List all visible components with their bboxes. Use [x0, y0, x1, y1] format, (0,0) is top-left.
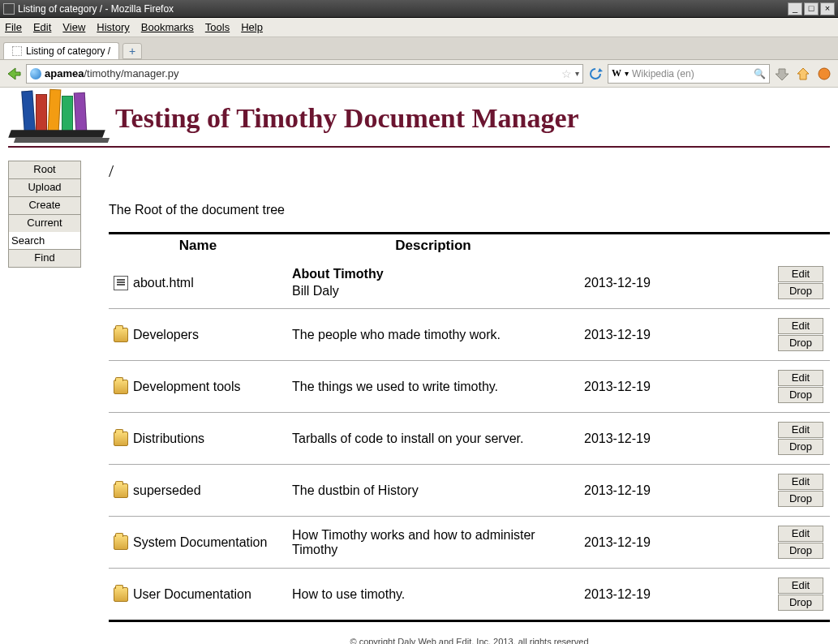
item-desc: The things we used to write timothy.: [287, 361, 579, 413]
menu-history[interactable]: History: [97, 21, 129, 33]
bookmark-star-icon[interactable]: ☆: [561, 67, 572, 80]
edit-button[interactable]: Edit: [778, 370, 823, 386]
menu-tools[interactable]: Tools: [205, 21, 230, 33]
item-desc: The people who made timothy work.: [287, 309, 579, 361]
url-dropdown-icon[interactable]: ▾: [575, 69, 579, 78]
file-icon: [114, 276, 128, 290]
item-date: 2013-12-19: [579, 413, 773, 465]
table-row: Developers The people who made timothy w…: [109, 309, 830, 361]
edit-button[interactable]: Edit: [778, 318, 823, 334]
window-title: Listing of category / - Mozilla Firefox: [18, 3, 174, 15]
back-arrow-icon: [6, 66, 22, 82]
edit-button[interactable]: Edit: [778, 526, 823, 542]
downloads-button[interactable]: [773, 65, 791, 83]
search-placeholder: Wikipedia (en): [632, 68, 694, 79]
drop-button[interactable]: Drop: [778, 543, 823, 559]
home-icon: [796, 67, 810, 81]
wikipedia-icon: W: [612, 67, 621, 79]
folder-icon: [114, 483, 128, 498]
reload-button[interactable]: [587, 65, 604, 83]
window-titlebar: Listing of category / - Mozilla Firefox …: [0, 0, 838, 18]
download-arrow-icon: [775, 67, 789, 81]
back-button[interactable]: [5, 65, 23, 83]
item-date: 2013-12-19: [579, 465, 773, 517]
item-link[interactable]: User Documentation: [133, 587, 251, 602]
edit-button[interactable]: Edit: [778, 577, 823, 594]
window-minimize-button[interactable]: _: [788, 2, 802, 15]
globe-icon: [30, 68, 41, 79]
sidebar-current-button[interactable]: Current: [8, 214, 81, 232]
window-maximize-button[interactable]: □: [804, 2, 819, 15]
item-desc: How Timothy works and how to administer …: [287, 517, 579, 569]
col-name-header: Name: [109, 234, 287, 258]
item-desc: How to use timothy.: [287, 569, 579, 621]
item-date: 2013-12-19: [579, 257, 773, 309]
tab-label: Listing of category /: [26, 45, 110, 57]
menu-view[interactable]: View: [62, 21, 85, 33]
main-content: / The Root of the document tree Name Des…: [109, 161, 830, 644]
url-bar[interactable]: apamea/timothy/manager.py ☆ ▾: [26, 64, 583, 84]
folder-icon: [114, 380, 128, 394]
browser-search-box[interactable]: W ▾ Wikipedia (en) 🔍: [608, 64, 770, 84]
item-date: 2013-12-19: [579, 361, 773, 413]
item-link[interactable]: Distributions: [133, 431, 204, 446]
svg-marker-2: [776, 69, 789, 80]
svg-point-4: [819, 68, 830, 79]
navbar: apamea/timothy/manager.py ☆ ▾ W ▾ Wikipe…: [0, 60, 838, 88]
item-link[interactable]: superseded: [133, 483, 201, 498]
drop-button[interactable]: Drop: [778, 491, 823, 507]
drop-button[interactable]: Drop: [778, 439, 823, 455]
page-header: Testing of Timothy Document Manager: [8, 88, 830, 148]
table-row: Distributions Tarballs of code to instal…: [109, 413, 830, 465]
item-link[interactable]: about.html: [133, 276, 194, 290]
table-row: System Documentation How Timothy works a…: [109, 517, 830, 569]
item-desc: Tarballs of code to install on your serv…: [287, 413, 579, 465]
menubar: File Edit View History Bookmarks Tools H…: [0, 18, 838, 37]
browser-tab[interactable]: Listing of category /: [3, 42, 119, 59]
new-tab-button[interactable]: +: [122, 43, 142, 59]
item-desc-line2: Bill Daly: [292, 283, 574, 300]
search-dropdown-icon[interactable]: ▾: [625, 69, 629, 78]
drop-button[interactable]: Drop: [778, 387, 823, 403]
menu-file[interactable]: File: [5, 21, 22, 33]
sidebar-upload-button[interactable]: Upload: [8, 178, 81, 196]
col-description-header: Description: [287, 234, 579, 258]
app-icon: [3, 3, 15, 15]
tabstrip: Listing of category / +: [0, 37, 838, 60]
edit-button[interactable]: Edit: [778, 266, 823, 282]
menu-help[interactable]: Help: [241, 21, 263, 33]
drop-button[interactable]: Drop: [778, 595, 823, 611]
puzzle-icon: [817, 67, 832, 81]
table-row: about.html About TimothyBill Daly 2013-1…: [109, 257, 830, 309]
item-link[interactable]: Development tools: [133, 380, 241, 394]
menu-edit[interactable]: Edit: [33, 21, 51, 33]
item-link[interactable]: Developers: [133, 328, 199, 342]
reload-icon: [588, 67, 603, 81]
tree-description: The Root of the document tree: [109, 203, 830, 217]
item-date: 2013-12-19: [579, 517, 773, 569]
sidebar-search-input[interactable]: [8, 232, 81, 250]
edit-button[interactable]: Edit: [778, 474, 823, 490]
sidebar-create-button[interactable]: Create: [8, 196, 81, 214]
sidebar-find-button[interactable]: Find: [8, 250, 81, 268]
page-title: Testing of Timothy Document Manager: [115, 103, 579, 134]
svg-marker-0: [8, 68, 20, 79]
folder-icon: [114, 431, 128, 446]
home-button[interactable]: [794, 65, 812, 83]
folder-icon: [114, 535, 128, 550]
item-link[interactable]: System Documentation: [133, 535, 267, 550]
drop-button[interactable]: Drop: [778, 335, 823, 351]
table-row: User Documentation How to use timothy. 2…: [109, 569, 830, 621]
url-text: apamea/timothy/manager.py: [45, 67, 178, 79]
edit-button[interactable]: Edit: [778, 422, 823, 438]
table-row: superseded The dustbin of History 2013-1…: [109, 465, 830, 517]
window-close-button[interactable]: ×: [820, 2, 835, 15]
item-date: 2013-12-19: [579, 569, 773, 621]
search-icon[interactable]: 🔍: [754, 68, 766, 79]
extension-button[interactable]: [815, 65, 833, 83]
folder-icon: [114, 587, 128, 602]
drop-button[interactable]: Drop: [778, 283, 823, 299]
menu-bookmarks[interactable]: Bookmarks: [141, 21, 194, 33]
sidebar-root-button[interactable]: Root: [8, 161, 81, 178]
item-desc-line1: About Timothy: [292, 266, 574, 283]
